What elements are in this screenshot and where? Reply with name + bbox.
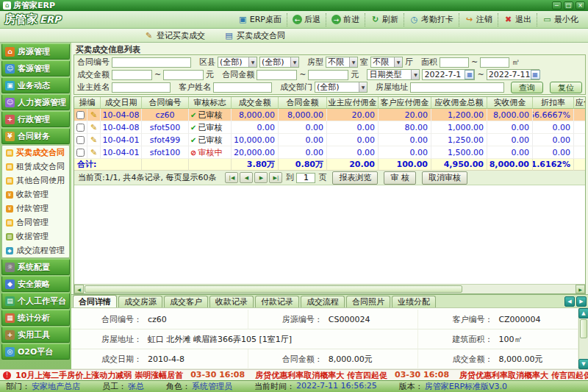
- detail-tab[interactable]: 成交流程: [301, 296, 345, 307]
- sidebar-item[interactable]: 业务动态: [1, 77, 70, 93]
- calendar-icon[interactable]: [465, 70, 474, 79]
- detail-tab[interactable]: 成交客户: [164, 296, 208, 307]
- row-checkbox[interactable]: [76, 124, 85, 132]
- sidebar-item[interactable]: 统计分析: [1, 310, 70, 326]
- date-to-picker[interactable]: 2022-7-11: [487, 69, 539, 80]
- detail-tab[interactable]: 合同照片: [346, 296, 390, 307]
- search-button[interactable]: 查询: [511, 82, 543, 93]
- toolbar-button[interactable]: 最小化: [537, 13, 584, 26]
- sidebar-item[interactable]: 人力资源管理: [1, 94, 70, 110]
- cancel-audit-button[interactable]: 取消审核: [422, 171, 467, 185]
- horizontal-scrollbar[interactable]: [74, 284, 585, 293]
- sidebar-item[interactable]: 实用工具: [1, 327, 70, 343]
- detail-tab[interactable]: 业绩分配: [392, 296, 436, 307]
- table-row[interactable]: 10-04-01 sfot499 已审核 10,000.00 0.00 0.00…: [74, 134, 586, 146]
- column-header[interactable]: 折扣率: [533, 97, 574, 109]
- table-row[interactable]: 10-04-08 sfot500 已审核 0.00 0.00 0.00 80.0…: [74, 121, 586, 134]
- edit-icon[interactable]: [87, 121, 101, 134]
- scroll-left-icon[interactable]: [74, 285, 84, 293]
- sidebar-item[interactable]: 个人工作平台: [1, 293, 70, 309]
- edit-icon[interactable]: [87, 109, 101, 121]
- district-select[interactable]: (全部): [218, 57, 257, 68]
- prev-page-icon[interactable]: [240, 172, 253, 183]
- sidebar-submenu-item[interactable]: 收据管理: [2, 229, 69, 243]
- rooms-select[interactable]: 不限: [326, 57, 358, 68]
- deal-contract-button[interactable]: 买卖成交合同: [220, 29, 290, 42]
- vertical-scrollbar[interactable]: [578, 308, 588, 369]
- vertical-scrollbar-thumb[interactable]: [580, 319, 587, 338]
- toolbar-button[interactable]: 退出: [498, 13, 537, 26]
- column-header[interactable]: 成交日期: [101, 97, 142, 109]
- area-to-input[interactable]: [480, 57, 509, 68]
- sidebar-submenu-item[interactable]: 合同管理: [2, 215, 69, 229]
- news-text[interactable]: 房贷优惠利率取消概率大 传言四起促: [255, 370, 387, 381]
- sidebar-item[interactable]: 行政管理: [1, 111, 70, 127]
- calendar-icon[interactable]: [531, 70, 540, 79]
- contract-no-input[interactable]: [112, 57, 191, 68]
- first-page-icon[interactable]: [225, 172, 238, 183]
- sidebar-submenu-item[interactable]: 收款管理: [2, 188, 69, 202]
- window-close-button[interactable]: [576, 1, 585, 10]
- report-view-button[interactable]: 报表浏览: [332, 171, 378, 185]
- contract-amount-from-input[interactable]: [257, 70, 297, 80]
- window-minimize-button[interactable]: [552, 1, 562, 10]
- next-page-icon[interactable]: [254, 172, 268, 183]
- edit-icon[interactable]: [87, 134, 101, 146]
- address-input[interactable]: [410, 82, 504, 93]
- date-type-select[interactable]: 日期类型: [367, 69, 420, 80]
- contract-amount-to-input[interactable]: [308, 70, 348, 80]
- toolbar-button[interactable]: 注销: [459, 13, 498, 26]
- detail-scroll-down-icon[interactable]: [578, 359, 588, 369]
- detail-tab[interactable]: 合同详情: [73, 295, 117, 307]
- sidebar-item[interactable]: 客源管理: [1, 60, 70, 76]
- register-deal-button[interactable]: 登记买卖成交: [140, 29, 209, 42]
- table-row[interactable]: 10-04-01 sfot100 审核中 20,000.00 0.00 0.00…: [74, 146, 586, 159]
- audit-button[interactable]: 审 核: [384, 171, 416, 185]
- column-header[interactable]: 客户应付佣金: [379, 97, 431, 109]
- column-header[interactable]: 应付业: [574, 97, 586, 109]
- column-header[interactable]: 实收佣金: [487, 97, 533, 109]
- sidebar-item[interactable]: O2O平台: [1, 343, 70, 360]
- row-checkbox[interactable]: [76, 136, 85, 144]
- date-from-picker[interactable]: 2022-7-1: [422, 69, 475, 80]
- sidebar-item[interactable]: 系统配置: [1, 259, 70, 275]
- toolbar-button[interactable]: 考勤打卡: [404, 13, 459, 26]
- last-page-icon[interactable]: [269, 172, 282, 183]
- detail-tab[interactable]: 付款记录: [255, 296, 299, 307]
- sidebar-submenu-item[interactable]: 买卖成交合同: [2, 146, 69, 160]
- row-checkbox[interactable]: [76, 111, 85, 119]
- column-header[interactable]: 操编: [74, 97, 101, 109]
- deal-amount-to-input[interactable]: [163, 70, 204, 80]
- news-text[interactable]: 10月上海二手房价上涨动力减弱 崇明涨幅居首: [15, 370, 183, 381]
- toolbar-button[interactable]: 前进: [326, 13, 365, 26]
- sidebar-item[interactable]: 合同财务: [1, 128, 70, 144]
- sidebar-submenu-item[interactable]: 付款管理: [2, 202, 69, 215]
- customer-name-input[interactable]: [213, 82, 272, 93]
- column-header[interactable]: 业主应付佣金: [327, 97, 379, 109]
- sidebar-item[interactable]: 房源管理: [1, 43, 70, 60]
- toolbar-button[interactable]: 后退: [287, 13, 326, 26]
- news-text[interactable]: 房贷优惠利率取消概率大 传言四起促"买房潮": [459, 370, 588, 381]
- detail-scroll-up-icon[interactable]: [578, 308, 588, 318]
- detail-tab[interactable]: 收款记录: [209, 296, 254, 307]
- window-maximize-button[interactable]: [564, 1, 573, 10]
- scroll-right-icon[interactable]: [576, 285, 585, 293]
- toolbar-button[interactable]: ERP桌面: [233, 13, 287, 26]
- column-header[interactable]: 应收佣金总额: [431, 97, 487, 109]
- column-header[interactable]: 审核标志: [189, 97, 232, 109]
- page-number-input[interactable]: [296, 173, 315, 183]
- halls-select[interactable]: 不限: [370, 57, 403, 68]
- column-header[interactable]: 合同编号: [142, 97, 189, 109]
- toolbar-button[interactable]: 刷新: [365, 13, 404, 26]
- edit-icon[interactable]: [87, 146, 101, 159]
- column-header[interactable]: 合同金额: [279, 97, 327, 109]
- sidebar-submenu-item[interactable]: 租赁成交合同: [2, 160, 69, 174]
- district-area-select[interactable]: (全部): [259, 57, 299, 68]
- column-header[interactable]: 成交金额: [232, 97, 279, 109]
- tab-scroll-left-icon[interactable]: [564, 296, 575, 307]
- detail-tab[interactable]: 成交房源: [118, 296, 162, 307]
- sidebar-submenu-item[interactable]: 其他合同使用: [2, 174, 69, 188]
- table-row[interactable]: 10-04-08 cz60 已审核 8,000.00 8,000.00 20.0…: [74, 109, 586, 121]
- reset-button[interactable]: 复位: [550, 82, 582, 93]
- dept-select[interactable]: (全部): [315, 82, 368, 93]
